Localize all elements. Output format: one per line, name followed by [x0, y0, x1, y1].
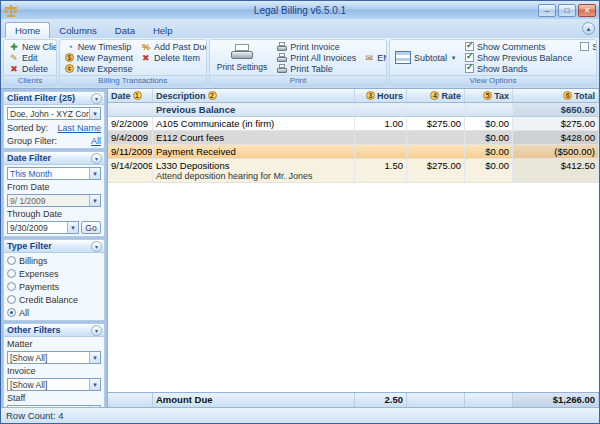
matter-select[interactable]: [Show All] ▾	[7, 351, 101, 364]
new-expense-button[interactable]: ¢ New Expense	[64, 63, 134, 74]
column-badge: 5	[483, 91, 492, 100]
collapse-chevron-icon[interactable]: ▾	[91, 93, 102, 104]
client-filter-header[interactable]: Client Filter (25) ▾	[3, 91, 105, 105]
new-expense-label: New Expense	[77, 64, 133, 74]
cell-date: 9/14/2009	[108, 159, 153, 182]
show-comments-label: Show Comments	[477, 42, 546, 52]
type-filter-header[interactable]: Type Filter ▾	[3, 239, 105, 253]
radio-billings-label: Billings	[19, 256, 48, 266]
column-header-rate[interactable]: 4 Rate	[407, 89, 465, 102]
sorted-by-label: Sorted by:	[7, 123, 48, 133]
delete-item-button[interactable]: ✖ Delete Item	[140, 52, 207, 63]
table-row[interactable]: 9/14/2009 L330 Depositions Attend deposi…	[108, 159, 599, 183]
other-filters-header[interactable]: Other Filters ▾	[3, 323, 105, 337]
column-header-description[interactable]: Description 2	[153, 89, 355, 102]
maximize-button[interactable]: □	[558, 4, 576, 17]
main-area: Client Filter (25) ▾ Doe, John - XYZ Cor…	[1, 89, 599, 407]
print-settings-button[interactable]: Print Settings	[214, 41, 271, 74]
table-row[interactable]: 9/4/2009 E112 Court fees $0.00 $428.00	[108, 131, 599, 145]
empty-grid-area	[108, 183, 599, 392]
delete-client-button[interactable]: ✖ Delete	[8, 63, 57, 74]
tab-help[interactable]: Help	[144, 23, 182, 38]
collapse-chevron-icon[interactable]: ▾	[91, 325, 102, 336]
delete-item-icon: ✖	[141, 53, 151, 63]
table-header-row: Date 1 Description 2 3 Hours 4 Rate 5	[108, 89, 599, 103]
cell-date: 9/11/2009	[108, 145, 153, 158]
cell-description: E112 Court fees	[153, 131, 355, 144]
cell-hours: 1.00	[355, 117, 407, 130]
show-previous-balance-checkbox[interactable]: ✓ Show Previous Balance	[464, 52, 573, 63]
ribbon-tab-strip: Home Columns Data Help ▴	[1, 19, 599, 38]
cell-description: A105 Communicate (in firm)	[153, 117, 355, 130]
radio-icon	[7, 269, 16, 278]
go-button[interactable]: Go	[81, 221, 101, 234]
show-bands-checkbox[interactable]: ✓ Show Bands	[464, 63, 573, 74]
previous-balance-band-row[interactable]: Previous Balance $650.50	[108, 103, 599, 117]
minimize-button[interactable]: –	[538, 4, 556, 17]
from-date-value: 9/ 1/2009	[8, 196, 89, 206]
chevron-down-icon: ▾	[67, 222, 78, 233]
invoice-select[interactable]: [Show All] ▾	[7, 378, 101, 391]
client-select[interactable]: Doe, John - XYZ Corporation ▾	[7, 107, 101, 120]
group-filter-link[interactable]: All	[91, 136, 101, 146]
column-header-hours[interactable]: 3 Hours	[355, 89, 407, 102]
through-date-field[interactable]: 9/30/2009 ▾	[7, 221, 79, 234]
tab-data[interactable]: Data	[106, 23, 144, 38]
search-footer-checkbox[interactable]: Search Footer	[579, 41, 597, 52]
email-invoice-button[interactable]: ✉ EMail Invoice	[363, 52, 387, 63]
percent-icon: %	[141, 42, 151, 52]
date-preset-select[interactable]: This Month ▾	[7, 167, 101, 180]
chevron-down-icon: ▾	[89, 108, 100, 119]
show-comments-checkbox[interactable]: ✓ Show Comments	[464, 41, 573, 52]
radio-credit-balance[interactable]: Credit Balance	[7, 294, 101, 305]
radio-icon	[7, 256, 16, 265]
window-controls: – □ ✕	[538, 4, 596, 17]
radio-icon	[7, 295, 16, 304]
edit-client-button[interactable]: ✎ Edit	[8, 52, 57, 63]
group-caption-print: Print	[210, 75, 386, 86]
table-row[interactable]: 9/2/2009 A105 Communicate (in firm) 1.00…	[108, 117, 599, 131]
radio-expenses[interactable]: Expenses	[7, 268, 101, 279]
new-payment-button[interactable]: $ New Payment	[64, 52, 134, 63]
amount-due-total: $1,266.00	[513, 393, 599, 407]
from-date-field[interactable]: 9/ 1/2009 ▾	[7, 194, 101, 207]
column-header-total[interactable]: 6 Total	[513, 89, 599, 102]
print-all-invoices-button[interactable]: Print All Invoices	[276, 52, 357, 63]
radio-billings[interactable]: Billings	[7, 255, 101, 266]
ribbon-group-billing-transactions: ◔ New Timeslip $ New Payment ¢ New Expen…	[59, 39, 207, 87]
cell-rate	[407, 131, 465, 144]
radio-icon	[7, 282, 16, 291]
cell-date: 9/2/2009	[108, 117, 153, 130]
column-header-date[interactable]: Date 1	[108, 89, 153, 102]
subtotal-label: Subtotal	[414, 53, 447, 63]
table-row-selected[interactable]: 9/11/2009 Payment Received $0.00 ($500.0…	[108, 145, 599, 159]
radio-all[interactable]: All	[7, 307, 101, 318]
app-window: Legal Billing v6.5.0.1 – □ ✕ Home Column…	[0, 0, 600, 424]
cell-description: L330 Depositions Attend deposition heari…	[153, 159, 355, 182]
new-client-button[interactable]: ✚ New Client	[8, 41, 57, 52]
add-past-due-interest-label: Add Past Due Interest	[154, 42, 207, 52]
new-timeslip-button[interactable]: ◔ New Timeslip	[64, 41, 134, 52]
date-filter-header[interactable]: Date Filter ▾	[3, 151, 105, 165]
close-button[interactable]: ✕	[578, 4, 596, 17]
column-badge: 6	[563, 91, 572, 100]
sorted-by-link[interactable]: Last Name	[57, 123, 101, 133]
radio-payments[interactable]: Payments	[7, 281, 101, 292]
add-past-due-interest-button[interactable]: % Add Past Due Interest	[140, 41, 207, 52]
tab-columns[interactable]: Columns	[50, 23, 106, 38]
print-invoice-label: Print Invoice	[290, 42, 340, 52]
ribbon-toggle-button[interactable]: ▴	[582, 22, 595, 35]
through-date-value: 9/30/2009	[8, 223, 67, 233]
matter-select-value: [Show All]	[8, 353, 89, 363]
matter-label: Matter	[7, 339, 101, 349]
print-invoice-button[interactable]: Print Invoice	[276, 41, 357, 52]
tab-home[interactable]: Home	[5, 22, 50, 38]
status-bar: Row Count: 4	[1, 407, 599, 423]
collapse-chevron-icon[interactable]: ▾	[91, 153, 102, 164]
column-header-tax[interactable]: 5 Tax	[465, 89, 513, 102]
print-table-button[interactable]: Print Table	[276, 63, 357, 74]
subtotal-button[interactable]: Subtotal ▾	[394, 52, 458, 63]
collapse-chevron-icon[interactable]: ▾	[91, 241, 102, 252]
cell-tax: $0.00	[465, 131, 513, 144]
invoice-label: Invoice	[7, 366, 101, 376]
